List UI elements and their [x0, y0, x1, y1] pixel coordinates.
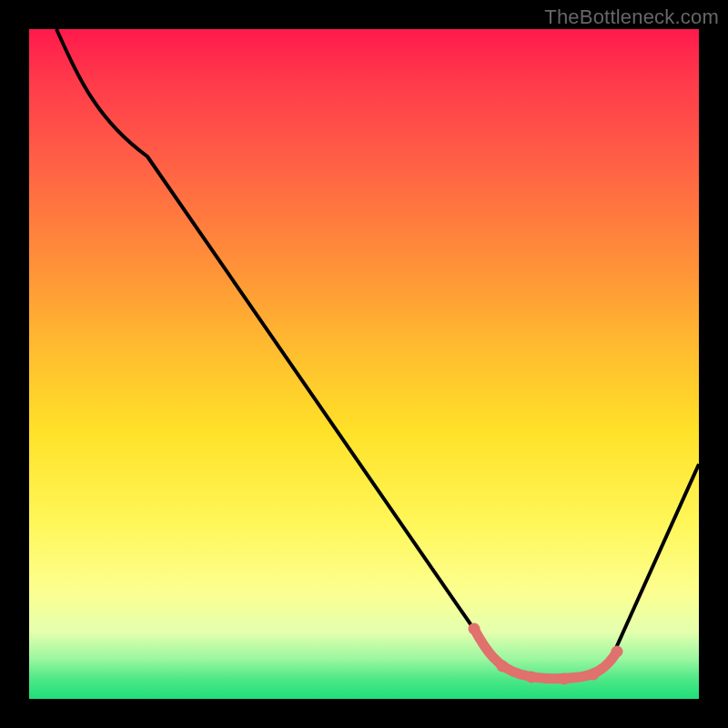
- highlight-dot: [612, 646, 623, 658]
- highlight-dot: [559, 673, 571, 685]
- highlight-dot: [469, 623, 480, 635]
- highlight-dot: [497, 661, 509, 672]
- highlight-dot: [588, 669, 600, 681]
- chart-svg: [29, 29, 699, 699]
- curve-line: [56, 29, 699, 679]
- chart-frame: TheBottleneck.com: [0, 0, 728, 728]
- highlight-dot: [526, 672, 538, 683]
- plot-area: [29, 29, 699, 699]
- watermark-text: TheBottleneck.com: [544, 5, 719, 29]
